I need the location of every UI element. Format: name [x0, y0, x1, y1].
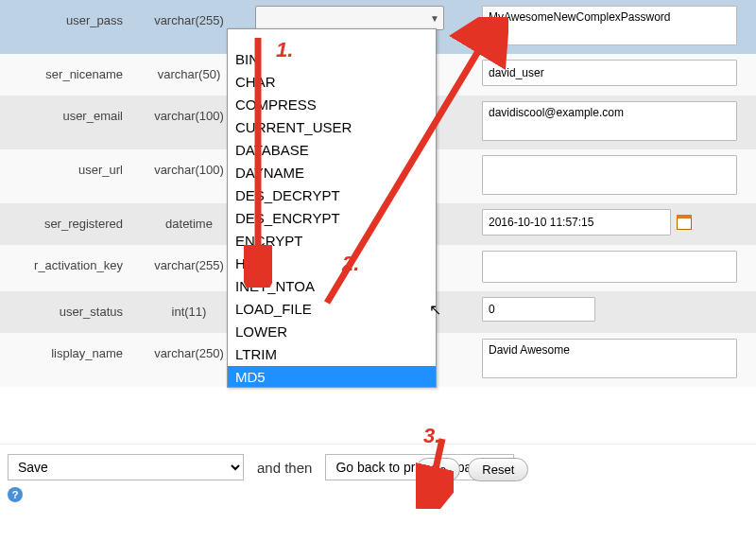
function-dropdown-list[interactable]: BINCHARCOMPRESSCURRENT_USERDATABASEDAYNA… [227, 28, 437, 388]
dropdown-option[interactable] [228, 29, 436, 48]
dropdown-option[interactable]: BIN [228, 48, 436, 71]
value-input-user-email[interactable] [482, 101, 737, 141]
dropdown-option[interactable]: HEX [228, 253, 436, 275]
value-input-activation-key[interactable] [482, 251, 737, 283]
dropdown-option[interactable]: ENCRYPT [228, 230, 436, 253]
field-name: ser_nicename [0, 60, 132, 81]
field-name: user_email [0, 101, 132, 123]
dropdown-option[interactable]: MD5 [228, 366, 436, 388]
dropdown-option[interactable]: DES_ENCRYPT [228, 207, 436, 230]
chevron-down-icon: ▼ [430, 13, 439, 24]
dropdown-option[interactable]: LOAD_FILE [228, 298, 436, 321]
dropdown-option[interactable]: COMPRESS [228, 94, 436, 116]
calendar-icon[interactable] [677, 215, 692, 230]
field-name: r_activation_key [0, 251, 132, 272]
field-name: user_status [0, 297, 132, 319]
value-input-user-registered[interactable] [482, 209, 671, 236]
value-input-user-pass[interactable] [482, 6, 737, 45]
field-type: varchar(255) [132, 6, 246, 27]
dropdown-option[interactable]: DATABASE [228, 139, 436, 162]
field-name: user_pass [0, 6, 132, 27]
function-select[interactable]: ▼ [255, 6, 444, 30]
value-input-user-status[interactable] [482, 297, 595, 322]
help-icon[interactable]: ? [8, 487, 23, 502]
save-action-select[interactable]: Save [8, 454, 244, 480]
dropdown-option[interactable]: DAYNAME [228, 162, 436, 184]
field-name: user_url [0, 155, 132, 177]
dropdown-option[interactable]: INET_NTOA [228, 275, 436, 298]
dropdown-option[interactable]: CURRENT_USER [228, 116, 436, 139]
dropdown-option[interactable]: LOWER [228, 321, 436, 343]
value-input-display-name[interactable] [482, 339, 737, 378]
and-then-label: and then [257, 460, 312, 476]
go-button[interactable]: Go [416, 458, 460, 481]
value-input-user-url[interactable] [482, 155, 737, 195]
field-name: lisplay_name [0, 339, 132, 360]
field-name: ser_registered [0, 209, 132, 231]
dropdown-option[interactable]: DES_DECRYPT [228, 184, 436, 207]
dropdown-option[interactable]: CHAR [228, 71, 436, 94]
value-input-user-nicename[interactable] [482, 60, 737, 86]
dropdown-option[interactable]: LTRIM [228, 343, 436, 366]
reset-button[interactable]: Reset [468, 458, 528, 481]
